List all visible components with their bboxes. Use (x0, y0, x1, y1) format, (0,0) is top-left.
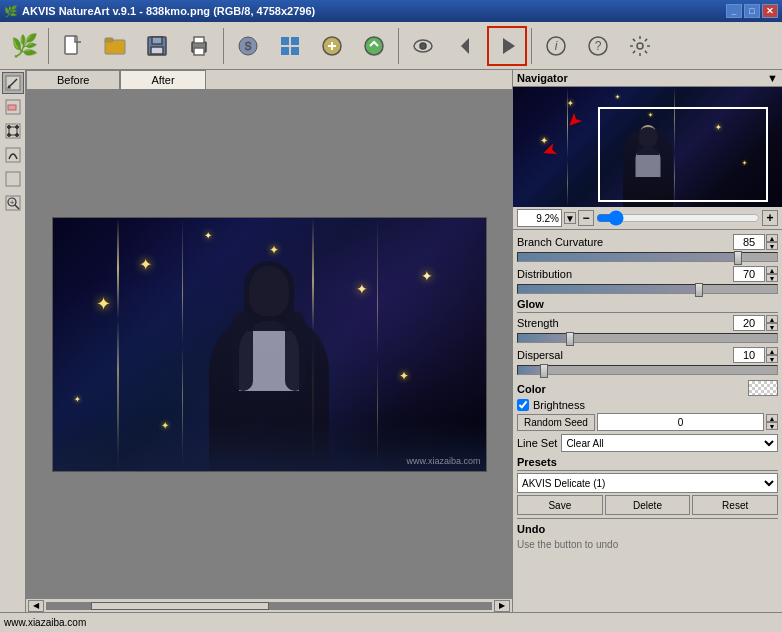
toolbar-back[interactable] (445, 26, 485, 66)
seed-down[interactable]: ▼ (766, 422, 778, 430)
toolbar-btn5[interactable]: S (228, 26, 268, 66)
tool-zoom[interactable]: + (2, 192, 24, 214)
distribution-input[interactable] (733, 266, 765, 282)
close-button[interactable]: ✕ (762, 4, 778, 18)
presets-delete-button[interactable]: Delete (605, 495, 691, 515)
branch-curvature-up[interactable]: ▲ (766, 234, 778, 242)
toolbar-btn6[interactable] (270, 26, 310, 66)
distribution-label: Distribution (517, 268, 572, 280)
svg-marker-20 (503, 38, 515, 54)
minimize-button[interactable]: _ (726, 4, 742, 18)
tool-hand[interactable]: ✋ (2, 168, 24, 190)
presets-select[interactable]: AKVIS Delicate (1) AKVIS Natural AKVIS S… (517, 473, 778, 493)
toolbar-btn7[interactable] (312, 26, 352, 66)
lineset-select[interactable]: Clear All (561, 434, 778, 452)
seed-value-input[interactable] (597, 413, 764, 431)
toolbar-save[interactable] (137, 26, 177, 66)
svg-rect-8 (194, 48, 204, 55)
svg-point-25 (637, 43, 643, 49)
tool-eraser[interactable] (2, 96, 24, 118)
toolbar-open[interactable] (95, 26, 135, 66)
branch-curvature-input[interactable] (733, 234, 765, 250)
svg-rect-11 (281, 37, 289, 45)
strength-input[interactable] (733, 315, 765, 331)
tool-transform[interactable] (2, 120, 24, 142)
presets-save-button[interactable]: Save (517, 495, 603, 515)
tab-after[interactable]: After (120, 70, 205, 89)
title-bar: 🌿 AKVIS NatureArt v.9.1 - 838kmo.png (RG… (0, 0, 782, 22)
svg-text:?: ? (595, 39, 602, 53)
distribution-down[interactable]: ▼ (766, 274, 778, 282)
strength-row: Strength ▲ ▼ (517, 315, 778, 331)
canvas-image: ✦ ✦ ✦ ✦ ✦ ✦ ✦ ✦ ✦ ✦ (52, 217, 487, 472)
brightness-label: Brightness (533, 399, 585, 411)
brightness-checkbox[interactable] (517, 399, 529, 411)
tool-pencil[interactable] (2, 72, 24, 94)
toolbar-view[interactable] (403, 26, 443, 66)
toolbar-app-logo[interactable]: 🌿 (4, 26, 44, 66)
branch-curvature-slider[interactable] (517, 252, 778, 262)
canvas-content[interactable]: ✦ ✦ ✦ ✦ ✦ ✦ ✦ ✦ ✦ ✦ (26, 90, 512, 598)
random-seed-button[interactable]: Random Seed (517, 414, 595, 431)
svg-rect-12 (291, 37, 299, 45)
distribution-row: Distribution ▲ ▼ (517, 266, 778, 282)
seed-up[interactable]: ▲ (766, 414, 778, 422)
strength-down[interactable]: ▼ (766, 323, 778, 331)
strength-controls: ▲ ▼ (733, 315, 778, 331)
random-seed-row: Random Seed ▲ ▼ (517, 413, 778, 431)
status-text: www.xiazaiba.com (4, 617, 86, 628)
branch-curvature-down[interactable]: ▼ (766, 242, 778, 250)
strength-slider[interactable] (517, 333, 778, 343)
svg-point-16 (365, 37, 383, 55)
toolbar-sep-1 (48, 28, 49, 64)
color-swatch[interactable] (748, 380, 778, 396)
strength-up[interactable]: ▲ (766, 315, 778, 323)
presets-reset-button[interactable]: Reset (692, 495, 778, 515)
svg-rect-2 (105, 38, 113, 42)
zoom-out-button[interactable]: − (578, 210, 594, 226)
color-label: Color (517, 383, 546, 395)
title-text: AKVIS NatureArt v.9.1 - 838kmo.png (RGB/… (22, 5, 315, 17)
zoom-bar: 9.2% ▼ − + (513, 207, 782, 230)
dispersal-slider[interactable] (517, 365, 778, 375)
toolbar-sep-2 (223, 28, 224, 64)
svg-text:+: + (9, 198, 14, 207)
distribution-controls: ▲ ▼ (733, 266, 778, 282)
dispersal-input[interactable] (733, 347, 765, 363)
svg-rect-5 (151, 47, 163, 54)
dispersal-down[interactable]: ▼ (766, 355, 778, 363)
params-panel: Branch Curvature ▲ ▼ Distribution (513, 230, 782, 612)
tab-before[interactable]: Before (26, 70, 120, 89)
svg-text:S: S (245, 41, 252, 52)
toolbar-sep-3 (398, 28, 399, 64)
lineset-label: Line Set (517, 437, 557, 449)
svg-point-35 (7, 134, 10, 137)
toolbar-new[interactable] (53, 26, 93, 66)
toolbar-help[interactable]: ? (578, 26, 618, 66)
toolbar-info[interactable]: i (536, 26, 576, 66)
dispersal-up[interactable]: ▲ (766, 347, 778, 355)
toolbar-settings[interactable] (620, 26, 660, 66)
glow-section-header: Glow (517, 298, 778, 310)
toolbar-print[interactable] (179, 26, 219, 66)
toolbar-btn8[interactable] (354, 26, 394, 66)
svg-marker-19 (461, 38, 469, 54)
svg-marker-28 (8, 86, 10, 88)
h-scrollbar[interactable]: ◀ ▶ (26, 598, 512, 612)
toolbar-run-button[interactable] (487, 26, 527, 66)
zoom-dropdown[interactable]: ▼ (564, 212, 576, 224)
canvas-tabs: Before After (26, 70, 512, 90)
branch-curvature-controls: ▲ ▼ (733, 234, 778, 250)
zoom-input[interactable]: 9.2% (517, 209, 562, 227)
right-panel: Navigator ▼ ✦ ✦ ✦ ✦ ✦ ✦ (512, 70, 782, 612)
zoom-slider[interactable] (596, 211, 760, 225)
maximize-button[interactable]: □ (744, 4, 760, 18)
svg-text:i: i (555, 39, 558, 53)
tool-paint[interactable] (2, 144, 24, 166)
navigator-thumb[interactable]: ✦ ✦ ✦ ✦ ✦ ✦ ➤ ➤ (513, 87, 782, 207)
distribution-slider[interactable] (517, 284, 778, 294)
distribution-up[interactable]: ▲ (766, 266, 778, 274)
navigator-collapse[interactable]: ▼ (767, 72, 778, 84)
lineset-row: Line Set Clear All (517, 434, 778, 452)
zoom-in-button[interactable]: + (762, 210, 778, 226)
